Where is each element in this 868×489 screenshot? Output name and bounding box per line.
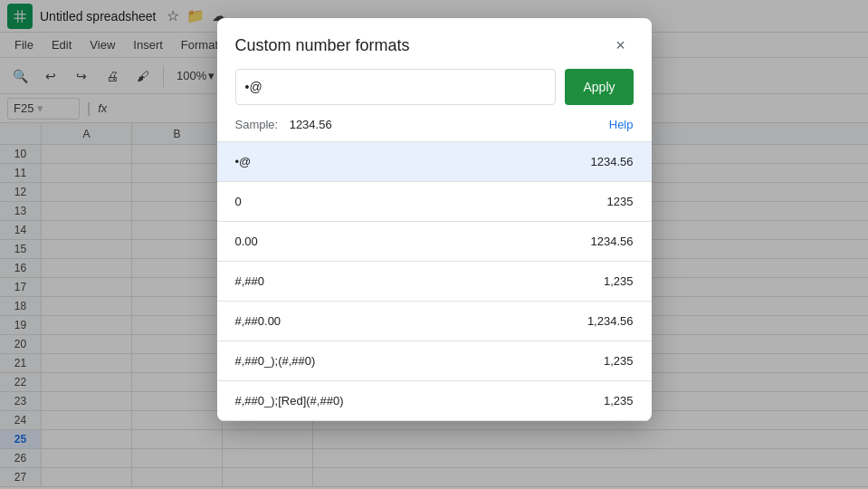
- modal-header: Custom number formats ×: [217, 18, 652, 69]
- modal-input-row: Apply: [217, 69, 652, 116]
- format-list-item[interactable]: 01235: [217, 182, 652, 222]
- close-button[interactable]: ×: [608, 33, 634, 58]
- sample-section: Sample: 1234.56: [235, 116, 332, 132]
- format-list-item[interactable]: #,##0_);[Red](#,##0)1,235: [217, 381, 652, 421]
- format-item-preview: 1234.56: [591, 235, 634, 248]
- format-list[interactable]: •@1234.56012350.001234.56#,##01,235#,##0…: [217, 141, 652, 421]
- format-item-preview: 1,235: [604, 274, 634, 288]
- format-item-name: #,##0_);[Red](#,##0): [235, 394, 344, 408]
- sample-row: Sample: 1234.56 Help: [217, 116, 652, 141]
- format-item-preview: 1,235: [604, 354, 634, 368]
- format-input[interactable]: [235, 69, 557, 105]
- format-item-preview: 1235: [607, 195, 634, 208]
- format-list-item[interactable]: •@1234.56: [217, 142, 652, 182]
- help-link[interactable]: Help: [609, 118, 634, 131]
- modal-overlay: Custom number formats × Apply Sample: 12…: [0, 0, 868, 489]
- custom-number-formats-modal: Custom number formats × Apply Sample: 12…: [217, 18, 652, 421]
- modal-title: Custom number formats: [235, 36, 410, 55]
- format-item-preview: 1,234.56: [587, 314, 634, 328]
- format-item-name: #,##0_);(#,##0): [235, 354, 316, 368]
- format-item-name: •@: [235, 155, 252, 168]
- format-list-item[interactable]: #,##0_);(#,##0)1,235: [217, 341, 652, 381]
- format-list-item[interactable]: #,##0.001,234.56: [217, 302, 652, 341]
- sample-value: 1234.56: [290, 118, 332, 131]
- format-item-name: #,##0.00: [235, 314, 281, 328]
- apply-button[interactable]: Apply: [565, 69, 633, 105]
- format-item-name: 0: [235, 195, 242, 208]
- format-list-item[interactable]: 0.001234.56: [217, 222, 652, 262]
- format-list-item[interactable]: #,##01,235: [217, 262, 652, 302]
- sample-label: Sample:: [235, 118, 279, 131]
- format-item-preview: 1,235: [604, 394, 634, 408]
- format-item-name: #,##0: [235, 274, 265, 288]
- format-item-preview: 1234.56: [591, 155, 634, 168]
- format-item-name: 0.00: [235, 235, 258, 248]
